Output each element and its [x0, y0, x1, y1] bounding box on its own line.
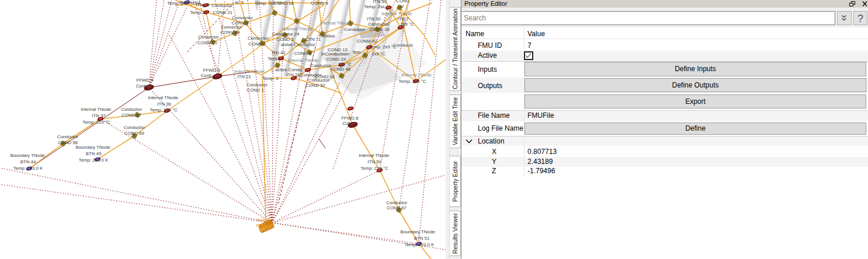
svg-text:COND 4: COND 4: [294, 51, 311, 56]
svg-text:COND 69: COND 69: [124, 131, 144, 136]
svg-text:Convector: Convector: [221, 24, 242, 30]
svg-text:COND 26: COND 26: [370, 27, 390, 32]
svg-text:Conduc: Conduc: [320, 33, 335, 38]
svg-text:ITN 21: ITN 21: [237, 74, 251, 79]
svg-text:Internal TNode:: Internal TNode:: [359, 153, 390, 158]
svg-text:Temp: 2: Temp: 2: [262, 76, 279, 81]
svg-text:ITN 36: ITN 36: [157, 102, 171, 107]
svg-text:ITN 37: ITN 37: [92, 113, 105, 118]
svg-text:CONV 70: CONV 70: [197, 40, 217, 46]
svg-text:COND 1: COND 1: [246, 88, 263, 93]
svg-text:Temp: 293.0 K: Temp: 293.0 K: [405, 242, 435, 247]
svg-text:active Condu: active Condu: [275, 67, 302, 72]
svg-text:COND 8: COND 8: [311, 1, 328, 6]
svg-text:ITN 21: ITN 21: [286, 72, 300, 78]
svg-text:COND 67: COND 67: [121, 113, 141, 118]
svg-text:2x9 °C: 2x9 °C: [371, 51, 386, 57]
svg-text:BTN 51: BTN 51: [414, 236, 429, 241]
svg-text:BTN 45: BTN 45: [86, 151, 102, 156]
svg-text:Con...: Con...: [343, 121, 355, 126]
svg-text:Conductor: Conductor: [124, 125, 145, 130]
svg-text:COND 48: COND 48: [331, 66, 350, 72]
svg-text:Internal TNode:: Internal TNode:: [381, 11, 413, 16]
svg-text:Conductor: Conductor: [57, 134, 78, 139]
svg-text:Conductor: Conductor: [308, 78, 329, 83]
svg-text:Internal TNode:: Internal TNode:: [148, 95, 179, 100]
svg-text:CONV 69: CONV 69: [220, 30, 239, 35]
svg-text:Temp: 293.0 K: Temp: 293.0 K: [13, 166, 43, 171]
svg-text:Internal TNode:: Internal TNode:: [81, 107, 112, 112]
svg-text:Conductor: Conductor: [248, 36, 269, 41]
svg-text:Temp: 219 °C: Temp: 219 °C: [82, 120, 110, 125]
svg-text:COND 67: COND 67: [387, 205, 407, 211]
svg-text:Conductor 24: Conductor 24: [272, 32, 300, 37]
svg-text:Temp: 2xx: Temp: 2xx: [364, 4, 385, 9]
svg-text:COND 19: COND 19: [326, 57, 346, 62]
svg-text:Contr...: Contr...: [136, 83, 150, 89]
svg-text:FFWD:8: FFWD:8: [341, 116, 358, 121]
svg-text:CONM 42: CONM 42: [357, 38, 377, 44]
svg-text:Boundary TNode:: Boundary TNode:: [11, 153, 46, 158]
svg-text:Conductor: Conductor: [310, 63, 331, 68]
svg-text:Conductor: Conductor: [246, 82, 268, 88]
svg-text:Temp: 2x9 °C: Temp: 2x9 °C: [399, 79, 426, 84]
svg-text:Boundary TNode:: Boundary TNode:: [401, 229, 436, 235]
svg-text:Convector: Convector: [232, 15, 253, 20]
svg-text:COND 21: COND 21: [213, 10, 232, 15]
svg-text:Tem: Tem: [352, 50, 361, 55]
svg-text:COND 52: COND 52: [305, 83, 325, 88]
svg-text:FFWD:3: FFWD:3: [203, 68, 220, 73]
svg-text:COND 18: COND 18: [274, 1, 294, 6]
svg-text:ITN 50: ITN 50: [373, 0, 387, 4]
svg-text:Temp: 229 °C: Temp: 229 °C: [360, 166, 388, 171]
svg-text:Conductor: Conductor: [386, 200, 407, 205]
svg-text:Internal TNode:: Internal TNode:: [234, 69, 266, 74]
svg-text:Temp: 2: Temp: 2: [190, 10, 206, 15]
svg-text:ITN 20: ITN 20: [196, 2, 210, 8]
svg-text:active Conductor: active Conductor: [281, 42, 315, 47]
svg-text:Temp: 293.0 K: Temp: 293.0 K: [79, 158, 109, 163]
svg-text:2x9 °C: 2x9 °C: [400, 22, 414, 27]
svg-text:Temp: 2x9 °C: Temp: 2x9 °C: [369, 44, 397, 50]
svg-text:Internal TNode:: Internal TNode:: [320, 20, 352, 26]
svg-text:Convector: Convector: [198, 34, 219, 40]
svg-text:ITN 50: ITN 50: [367, 159, 381, 164]
svg-text:Internal TNode:: Internal TNode:: [401, 72, 433, 78]
svg-text:Contr...: Contr...: [200, 73, 215, 78]
svg-text:ITN 30: ITN 30: [367, 16, 381, 22]
svg-text:U: U: [400, 4, 404, 9]
svg-text:Internal TNode:: Internal TNode:: [282, 26, 314, 32]
svg-text:BTN 44: BTN 44: [20, 159, 36, 164]
svg-text:COND 13: COND 13: [328, 47, 348, 52]
svg-text:N: 5: N: 5: [235, 0, 244, 5]
svg-text:FMU7: FMU7: [257, 218, 269, 223]
svg-text:Boundary TNode:: Boundary TNode:: [76, 145, 112, 150]
svg-text:ITN 41: ITN 41: [272, 50, 285, 55]
svg-text:Conductor: Conductor: [121, 107, 142, 112]
svg-text:Conducor: Conducor: [393, 43, 413, 48]
svg-text:FMUc: FMUc: [256, 223, 269, 228]
svg-text:Conductor: Conductor: [211, 3, 232, 8]
svg-text:Temp: 2: Temp: 2: [268, 56, 284, 61]
svg-text:Internal TNode:: Internal TNode:: [288, 58, 320, 63]
svg-text:Conductor: Conductor: [368, 22, 389, 27]
svg-text:CTN 71: CTN 71: [305, 37, 321, 42]
svg-text:COND 2: COND 2: [276, 37, 293, 42]
svg-text:COND 58: COND 58: [58, 140, 78, 145]
svg-text:Conductor: Conductor: [344, 27, 365, 32]
svg-text:Temp: 229 °C: Temp: 229 °C: [150, 107, 178, 113]
svg-text:ITN 2: ITN 2: [397, 16, 408, 22]
svg-text:FFWD:4: FFWD:4: [136, 78, 154, 83]
svg-text:COND 5: COND 5: [248, 41, 266, 47]
